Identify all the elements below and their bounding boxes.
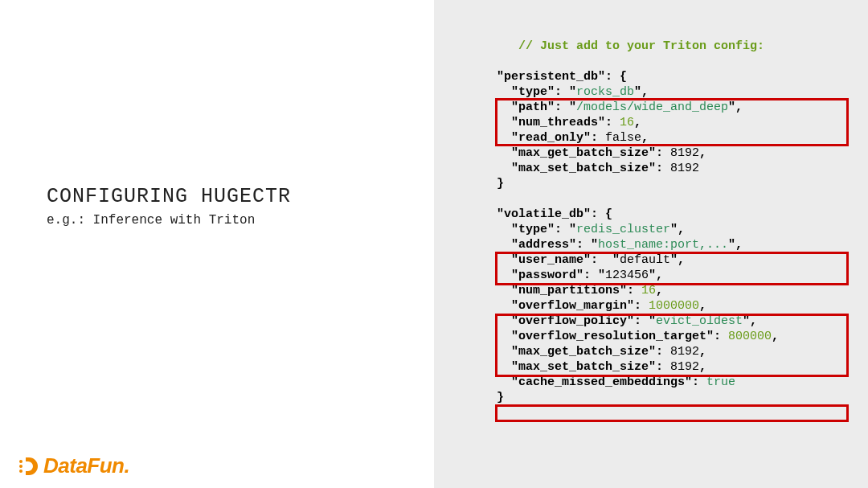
volatile-overflow-margin: "overflow_margin": 1000000, — [497, 298, 852, 314]
volatile-max-get: "max_get_batch_size": 8192, — [497, 344, 852, 359]
volatile-address: "address": "host_name:port,...", — [497, 237, 852, 252]
persistent-open: "persistent_db": { — [497, 69, 852, 84]
svg-point-0 — [19, 460, 23, 463]
persistent-close: } — [497, 176, 852, 191]
persistent-max-set: "max_set_batch_size": 8192 — [497, 161, 852, 176]
persistent-num-threads: "num_threads": 16, — [497, 115, 852, 130]
slide: CONFIGURING HUGECTR e.g.: Inference with… — [0, 0, 868, 488]
volatile-overflow-target: "overflow_resolution_target": 800000, — [497, 329, 852, 344]
datafun-logo-icon — [16, 454, 40, 478]
left-panel: CONFIGURING HUGECTR e.g.: Inference with… — [0, 0, 434, 488]
svg-point-2 — [19, 470, 23, 473]
volatile-type: "type": "redis_cluster", — [497, 222, 852, 237]
slide-subtitle: e.g.: Inference with Triton — [47, 213, 434, 228]
datafun-logo-text: DataFun. — [43, 453, 129, 478]
volatile-close: } — [497, 390, 852, 405]
volatile-password: "password": "123456", — [497, 268, 852, 283]
persistent-read-only: "read_only": false, — [497, 130, 852, 146]
volatile-open: "volatile_db": { — [497, 207, 852, 222]
code-comment: // Just add to your Triton config: — [497, 39, 852, 54]
persistent-type: "type": "rocks_db", — [497, 84, 852, 100]
code-panel: // Just add to your Triton config: "pers… — [434, 0, 868, 488]
volatile-username: "user_name": "default", — [497, 252, 852, 268]
volatile-cache-missed: "cache_missed_embeddings": true — [497, 375, 852, 390]
slide-title: CONFIGURING HUGECTR — [47, 185, 434, 208]
volatile-max-set: "max_set_batch_size": 8192, — [497, 359, 852, 375]
highlight-box-4 — [495, 404, 849, 422]
volatile-num-partitions: "num_partitions": 16, — [497, 283, 852, 298]
volatile-overflow-policy: "overflow_policy": "evict_oldest", — [497, 314, 852, 329]
persistent-path: "path": "/models/wide_and_deep", — [497, 100, 852, 115]
svg-point-1 — [19, 465, 23, 468]
datafun-logo: DataFun. — [16, 453, 129, 478]
persistent-max-get: "max_get_batch_size": 8192, — [497, 146, 852, 161]
